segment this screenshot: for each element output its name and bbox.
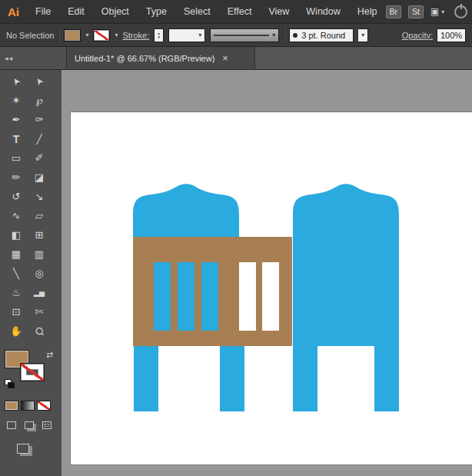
none-button[interactable] [37, 401, 51, 411]
draw-inside-button[interactable] [40, 420, 53, 431]
mesh-tool-icon: ▦ [12, 248, 21, 260]
selection-tool-icon: ➤ [9, 75, 22, 87]
opacity-panel-link[interactable]: Opacity: [402, 31, 433, 40]
draw-normal-button[interactable] [5, 420, 18, 431]
perspective-grid-tool-icon: ⊞ [35, 229, 44, 241]
drawing-modes-row [5, 420, 61, 431]
canvas-area[interactable] [61, 70, 472, 476]
tools-grid: ➤➤✶℘✒✑T╱▭✐✏◪↺↘∿▱◧⊞▦▥╲◎♨▂▅⊡✄✋Ϙ [5, 72, 61, 341]
menu-edit[interactable]: Edit [59, 6, 93, 17]
crib-leg[interactable] [134, 346, 158, 411]
symbol-sprayer-tool[interactable]: ♨ [5, 283, 28, 302]
workspace-switcher-button[interactable]: ▣ ▾ [430, 6, 444, 17]
chevron-down-icon[interactable]: ▾ [85, 32, 88, 38]
fill-stroke-cluster: ⇄ [5, 350, 55, 391]
menu-object[interactable]: Object [93, 6, 138, 17]
type-tool[interactable]: T [5, 129, 28, 148]
stroke-weight-stepper[interactable]: ▴ ▾ [154, 28, 164, 42]
gradient-button[interactable] [21, 401, 35, 411]
chevron-down-icon[interactable]: ▾ [115, 32, 118, 38]
menu-list: FileEditObjectTypeSelectEffectViewWindow… [27, 6, 386, 17]
direct-selection-tool[interactable]: ➤ [28, 72, 51, 91]
screen-mode-button[interactable] [17, 444, 29, 454]
curvature-tool[interactable]: ✑ [28, 110, 51, 129]
scale-tool[interactable]: ↘ [28, 187, 51, 206]
bridge-button[interactable]: Br [386, 5, 402, 18]
stroke-weight-combo[interactable]: ▾ [168, 28, 205, 42]
document-tab[interactable]: Untitled-1* @ 66.67% (RGB/Preview) × [66, 47, 255, 69]
brush-dropdown-button[interactable]: ▾ [358, 28, 368, 42]
width-tool[interactable]: ∿ [5, 206, 28, 225]
stroke-color-swatch[interactable] [93, 29, 110, 42]
width-tool-icon: ∿ [12, 210, 21, 221]
collapse-tools-chevron-icon[interactable]: ◀◀ [5, 55, 13, 61]
rotate-tool[interactable]: ↺ [5, 187, 28, 206]
right-headboard-shape[interactable] [293, 184, 399, 346]
rectangle-tool[interactable]: ▭ [5, 148, 28, 168]
menu-help[interactable]: Help [349, 6, 386, 17]
eyedropper-tool[interactable]: ╲ [5, 264, 28, 283]
document-tab-bar: ◀◀ Untitled-1* @ 66.67% (RGB/Preview) × [0, 47, 472, 70]
color-button[interactable] [5, 401, 18, 411]
hand-tool[interactable]: ✋ [5, 321, 28, 341]
separator [58, 28, 59, 43]
stepper-down-icon[interactable]: ▾ [158, 35, 161, 39]
magic-wand-tool[interactable]: ✶ [5, 91, 28, 110]
brush-definition-dropdown[interactable]: 3 pt. Round [289, 28, 354, 42]
menu-bar: Ai FileEditObjectTypeSelectEffectViewWin… [0, 0, 472, 24]
column-graph-tool[interactable]: ▂▅ [28, 283, 51, 302]
crib-leg[interactable] [374, 346, 399, 411]
artboard-tool[interactable]: ⊡ [5, 302, 28, 321]
menu-view[interactable]: View [260, 6, 297, 17]
variable-width-profile-dropdown[interactable]: ▾ [210, 28, 279, 42]
mesh-tool[interactable]: ▦ [5, 245, 28, 264]
color-mode-row [5, 401, 61, 411]
gradient-tool-icon: ▥ [35, 248, 44, 260]
shape-builder-tool[interactable]: ◧ [5, 225, 28, 245]
eyedropper-tool-icon: ╲ [13, 268, 19, 279]
illustrator-logo: Ai [8, 5, 19, 18]
pen-tool-icon: ✒ [12, 114, 21, 125]
slice-tool-icon: ✄ [35, 306, 44, 318]
zoom-tool[interactable]: Ϙ [28, 321, 51, 341]
menu-window[interactable]: Window [297, 6, 348, 17]
draw-behind-button[interactable] [22, 420, 35, 431]
perspective-grid-tool[interactable]: ⊞ [28, 225, 51, 245]
menu-type[interactable]: Type [138, 6, 175, 17]
power-icon[interactable] [454, 5, 467, 18]
brush-name: 3 pt. Round [301, 31, 345, 40]
column-graph-tool-icon: ▂▅ [34, 289, 45, 297]
stroke-panel-link[interactable]: Stroke: [122, 31, 149, 40]
free-transform-tool[interactable]: ▱ [28, 206, 51, 225]
free-transform-tool-icon: ▱ [35, 210, 43, 221]
chevron-down-icon: ▾ [361, 32, 364, 38]
close-tab-icon[interactable]: × [222, 53, 228, 63]
line-segment-tool[interactable]: ╱ [28, 129, 51, 148]
zoom-tool-icon: Ϙ [32, 325, 46, 338]
fill-color-swatch[interactable] [64, 29, 81, 42]
stock-button[interactable]: St [408, 5, 424, 18]
default-fill-stroke-icon[interactable] [5, 379, 15, 388]
pen-tool[interactable]: ✒ [5, 110, 28, 129]
menu-effect[interactable]: Effect [219, 6, 261, 17]
menu-select[interactable]: Select [175, 6, 219, 17]
uniform-profile-icon [214, 35, 269, 36]
crib-leg[interactable] [293, 346, 317, 411]
crib-leg[interactable] [220, 346, 244, 411]
selection-tool[interactable]: ➤ [5, 72, 28, 91]
lasso-tool[interactable]: ℘ [28, 91, 51, 110]
slice-tool[interactable]: ✄ [28, 302, 51, 321]
type-tool-icon: T [13, 133, 20, 145]
opacity-input[interactable]: 100% [437, 28, 466, 42]
lasso-tool-icon: ℘ [35, 95, 42, 106]
hand-tool-icon: ✋ [10, 325, 22, 337]
eraser-tool[interactable]: ◪ [28, 168, 51, 187]
menu-file[interactable]: File [27, 6, 59, 17]
paintbrush-tool[interactable]: ✐ [28, 148, 51, 168]
blend-tool[interactable]: ◎ [28, 264, 51, 283]
swap-fill-stroke-icon[interactable]: ⇄ [46, 350, 53, 360]
curvature-tool-icon: ✑ [35, 114, 44, 125]
gradient-tool[interactable]: ▥ [28, 245, 51, 264]
pencil-tool[interactable]: ✏ [5, 168, 28, 187]
stroke-swatch[interactable] [20, 363, 45, 381]
